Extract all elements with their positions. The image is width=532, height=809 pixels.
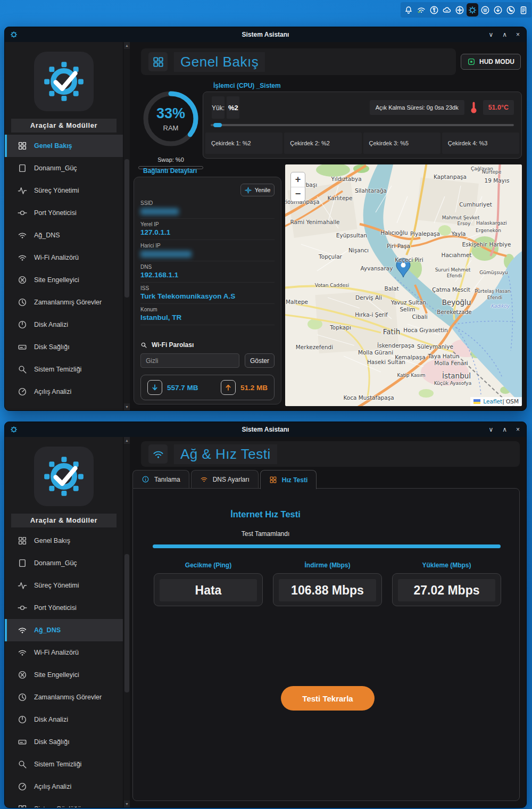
tab-hız-testi[interactable]: Hız Testi: [260, 470, 317, 489]
tray-app-gear-icon[interactable]: [467, 3, 478, 16]
tray-key-circle-icon[interactable]: [428, 3, 440, 16]
sidebar-item-sistem-günlüğü[interactable]: Sistem Günlüğü: [5, 403, 123, 410]
tab-bar: TanılamaDNS AyarlarıHız Testi: [132, 470, 317, 489]
zoom-out-button[interactable]: −: [291, 187, 305, 202]
show-password-button[interactable]: Göster: [245, 353, 275, 368]
sidebar-item-süreç-yönetimi[interactable]: Süreç Yönetimi: [5, 574, 123, 597]
tray-clipboard-icon[interactable]: [518, 3, 529, 16]
titlebar[interactable]: Sistem Asistanı ∨ ∧ ×: [5, 422, 526, 437]
tray-download-circle-icon[interactable]: [492, 3, 504, 16]
sidebar-item-zamanlanmış-görevler[interactable]: Zamanlanmış Görevler: [5, 291, 123, 313]
drive-icon: [18, 342, 27, 352]
map-label: Topçular: [319, 253, 342, 260]
map-label: Kadıköy: [491, 303, 509, 309]
sidebar-item-label: Açılış Analizi: [34, 783, 71, 790]
cpu-load-label: Yük:: [212, 104, 225, 112]
sidebar-item-sistem-temizliği[interactable]: Sistem Temizliği: [5, 358, 123, 381]
cpu-section-label: İşlemci (CPU) _Sistem: [213, 82, 281, 89]
scroll-down-arrow-icon[interactable]: ▼: [124, 403, 130, 410]
tray-bell-icon[interactable]: [403, 3, 414, 16]
map-label: Eyüpsultan: [336, 232, 367, 238]
ram-label: RAM: [163, 124, 179, 132]
scrollbar-thumb[interactable]: [124, 159, 129, 298]
minimize-button[interactable]: ∨: [488, 31, 493, 38]
sidebar-item-donanım-güç[interactable]: Donanım_Güç: [5, 552, 123, 574]
sidebar-item-disk-analizi[interactable]: Disk Analizi: [5, 313, 123, 336]
sidebar-item-label: Disk Analizi: [34, 321, 68, 328]
map-label: Halıcıoğlu: [380, 229, 408, 236]
tab-tanılama[interactable]: Tanılama: [132, 470, 189, 488]
speedtest-title: İnternet Hız Testi: [5, 509, 526, 519]
wifi-icon: [18, 230, 27, 240]
tab-label: Tanılama: [154, 476, 180, 483]
field-value: 192.168.1.1: [140, 271, 275, 279]
map-label: Yayla: [452, 230, 466, 237]
cpu-cores: Çekirdek 1: %2Çekirdek 2: %2Çekirdek 3: …: [205, 133, 519, 154]
sidebar-item-sistem-temizliği[interactable]: Sistem Temizliği: [5, 753, 123, 775]
osm-link[interactable]: | OSM: [502, 398, 519, 404]
cpu-load-slider[interactable]: [211, 124, 514, 126]
tray-cloud-sync-icon[interactable]: [441, 3, 453, 16]
speed-icon: [18, 387, 27, 397]
zoom-in-button[interactable]: +: [291, 172, 305, 187]
search-icon: [140, 342, 147, 349]
location-map[interactable]: YıldıztabyaKaptanpaşaarbaşıÇağlayanNurte…: [285, 164, 522, 406]
map-label: İskenderpaşa: [377, 342, 414, 349]
tab-dns-ayarları[interactable]: DNS Ayarları: [191, 470, 259, 488]
sidebar-item-ağ-dns[interactable]: Ağ_DNS: [5, 619, 123, 641]
sidebar-item-disk-sağlığı[interactable]: Disk Sağlığı: [5, 336, 123, 358]
sidebar-item-sistem-günlüğü[interactable]: Sistem Günlüğü: [5, 798, 123, 807]
sidebar-item-süreç-yönetimi[interactable]: Süreç Yönetimi: [5, 179, 123, 202]
close-button[interactable]: ×: [516, 426, 520, 433]
tab-label: DNS Ayarları: [213, 476, 250, 483]
scroll-up-arrow-icon[interactable]: ▲: [124, 437, 130, 444]
sidebar-item-disk-analizi[interactable]: Disk Analizi: [5, 708, 123, 731]
minimize-button[interactable]: ∨: [488, 426, 493, 433]
tab-label: Hız Testi: [282, 476, 307, 484]
window-title: Sistem Asistanı: [5, 31, 526, 38]
sidebar-scrollbar[interactable]: ▲ ▼: [123, 42, 130, 410]
sidebar-item-label: Zamanlanmış Görevler: [34, 694, 102, 701]
tray-fan-circle-icon[interactable]: [454, 3, 466, 16]
maximize-button[interactable]: ∧: [502, 426, 507, 433]
sidebar-item-site-engelleyici[interactable]: Site Engelleyici: [5, 664, 123, 686]
hud-mode-button[interactable]: HUD MODU: [461, 54, 521, 70]
leaflet-link[interactable]: Leaflet: [483, 398, 502, 404]
sidebar-item-zamanlanmış-görevler[interactable]: Zamanlanmış Görevler: [5, 686, 123, 708]
sidebar-item-wi-fi-analizörü[interactable]: Wi-Fi Analizörü: [5, 246, 123, 269]
sidebar-item-site-engelleyici[interactable]: Site Engelleyici: [5, 269, 123, 291]
upload-arrow-icon: [221, 380, 236, 395]
sidebar-item-label: Genel Bakış: [34, 537, 70, 544]
sidebar-item-port-yöneticisi[interactable]: Port Yöneticisi: [5, 202, 123, 224]
maximize-button[interactable]: ∧: [502, 31, 507, 38]
sidebar-item-label: Port Yöneticisi: [34, 604, 77, 612]
sidebar-item-açılış-analizi[interactable]: Açılış Analizi: [5, 775, 123, 798]
slider-thumb[interactable]: [213, 123, 222, 127]
scroll-up-arrow-icon[interactable]: ▲: [124, 42, 130, 49]
map-label: Piri Paşa: [387, 243, 410, 249]
retry-test-button[interactable]: Testi Tekrarla: [281, 686, 375, 711]
sidebar-item-donanım-güç[interactable]: Donanım_Güç: [5, 157, 123, 179]
scrollbar-thumb[interactable]: [124, 554, 129, 692]
sidebar-item-port-yöneticisi[interactable]: Port Yöneticisi: [5, 597, 123, 619]
tray-phone-circle-icon[interactable]: [505, 3, 517, 16]
cloud-sync-icon: [442, 5, 452, 15]
sidebar-item-disk-sağlığı[interactable]: Disk Sağlığı: [5, 731, 123, 753]
titlebar[interactable]: Sistem Asistanı ∨ ∧ ×: [5, 27, 526, 42]
key-circle-icon: [429, 5, 439, 15]
tray-wifi-check-icon[interactable]: [415, 3, 427, 16]
sidebar-item-label: Port Yöneticisi: [34, 209, 77, 217]
close-button[interactable]: ×: [516, 31, 520, 38]
refresh-button[interactable]: Yenile: [240, 184, 275, 196]
sidebar-item-ağ-dns[interactable]: Ağ_DNS: [5, 224, 123, 246]
tray-stream-circle-icon[interactable]: [479, 3, 491, 16]
field-label: DNS: [140, 264, 275, 270]
result-value-upload: 27.02 Mbps: [398, 579, 495, 601]
scroll-down-arrow-icon[interactable]: ▼: [124, 800, 130, 807]
sidebar-scrollbar[interactable]: ▲ ▼: [123, 437, 130, 807]
sidebar-item-genel-bakış[interactable]: Genel Bakış: [5, 135, 123, 157]
wifi-password-input[interactable]: [140, 353, 239, 368]
sidebar-item-wi-fi-analizörü[interactable]: Wi-Fi Analizörü: [5, 641, 123, 664]
sidebar-item-label: Sistem Temizliği: [34, 366, 81, 373]
sidebar-item-açılış-analizi[interactable]: Açılış Analizi: [5, 381, 123, 403]
